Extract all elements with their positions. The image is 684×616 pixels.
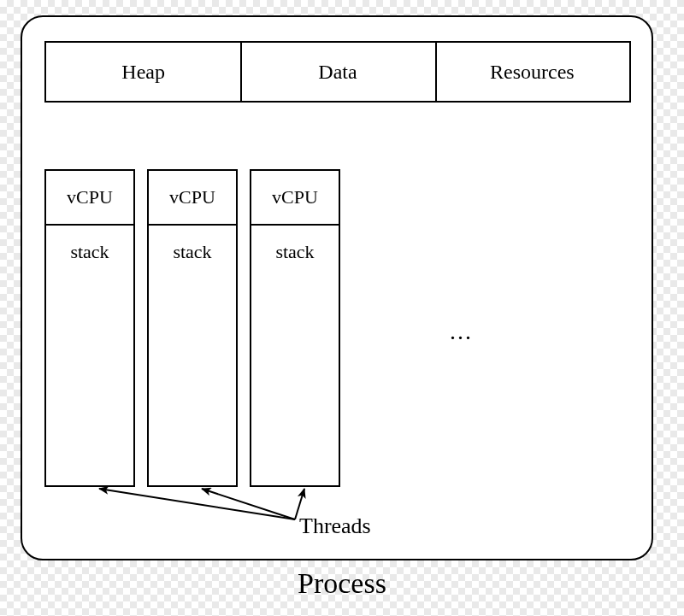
thread-3-stack-cell: stack [251, 226, 339, 284]
thread-box-3: vCPU stack [250, 169, 340, 487]
heap-label: Heap [121, 61, 165, 84]
thread-box-2: vCPU stack [147, 169, 238, 487]
resources-label: Resources [490, 61, 575, 84]
thread-1-stack-label: stack [70, 241, 109, 263]
heap-cell: Heap [46, 43, 240, 101]
shared-segments-row: Heap Data Resources [44, 41, 631, 103]
thread-1-stack-cell: stack [46, 226, 133, 284]
thread-2-vcpu-cell: vCPU [149, 171, 236, 226]
threads-label: Threads [299, 513, 371, 539]
thread-2-vcpu-label: vCPU [169, 186, 215, 208]
threads-ellipsis: ... [450, 318, 473, 345]
data-label: Data [318, 61, 357, 84]
diagram-canvas: Heap Data Resources vCPU stack vCPU stac… [0, 0, 684, 616]
thread-1-vcpu-cell: vCPU [46, 171, 133, 226]
thread-box-1: vCPU stack [44, 169, 135, 487]
thread-1-vcpu-label: vCPU [67, 186, 113, 208]
process-label: Process [0, 567, 684, 600]
data-cell: Data [240, 43, 434, 101]
thread-2-stack-label: stack [173, 241, 211, 263]
thread-3-stack-label: stack [275, 241, 314, 263]
thread-2-stack-cell: stack [149, 226, 236, 284]
thread-3-vcpu-label: vCPU [272, 186, 318, 208]
thread-3-vcpu-cell: vCPU [251, 171, 339, 226]
resources-cell: Resources [435, 43, 629, 101]
